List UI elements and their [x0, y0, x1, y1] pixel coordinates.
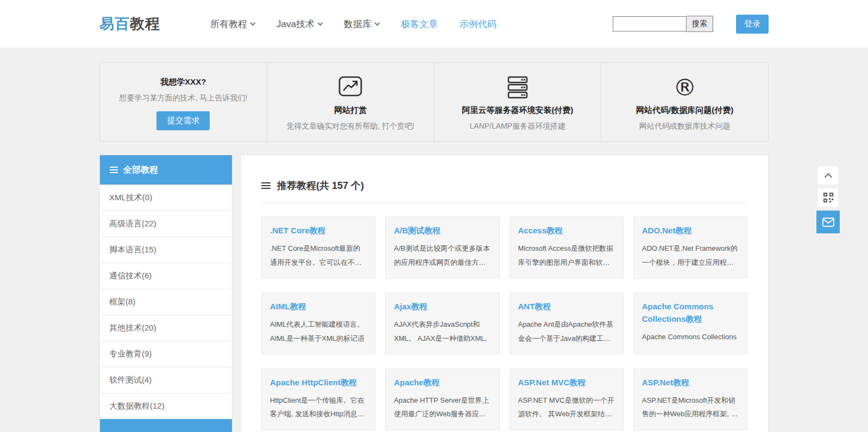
search-box: 搜索 [613, 16, 713, 32]
list-icon [261, 182, 271, 189]
tutorial-card[interactable]: A/B测试教程 A/B测试是比较两个或更多版本的应用程序或网页的最佳方式之一。 [385, 217, 499, 278]
tutorial-card-title[interactable]: A/B测试教程 [394, 224, 490, 237]
recommended-tutorials-panel: 推荐教程 (共 157 个) .NET Core教程 .NET Core是Mic… [240, 155, 769, 432]
tutorial-card-desc: Apache Commons Collections [642, 330, 739, 344]
sidebar-item-label: 专业教育(9) [109, 349, 152, 359]
tutorial-card[interactable]: ASP.Net MVC教程 ASP.NET MVC是微软的一个开源软件。 其We… [510, 369, 624, 430]
chevron-up-icon [824, 173, 832, 180]
registered-trademark-icon: ® [673, 75, 696, 100]
promo-desc: 想要学习某方面的技术, 马上告诉我们! [119, 93, 248, 103]
sidebar-item-label: 其他技术(20) [109, 323, 156, 333]
server-stack-icon [505, 75, 530, 100]
back-to-top-button[interactable] [818, 166, 838, 185]
sidebar-item-professional-education[interactable]: 专业教育(9) [100, 341, 232, 367]
tutorial-card[interactable]: ANT教程 Apache Ant是由Apache软件基金会一个基于Java的构建… [510, 293, 624, 354]
promo-box-server-install: 阿里云等服务器环境安装(付费) LANP/LAMP服务器环境搭建 [434, 63, 601, 141]
qr-code-button[interactable] [818, 188, 838, 207]
tutorial-card-desc: ADO.NET是.Net Framework的一个模块，用于建立应用程序和数据 [642, 242, 739, 269]
nav-item-label: 数据库 [344, 18, 372, 30]
tutorial-card[interactable]: Access教程 Microsoft Access是微软把数据库引擎的图形用户界… [510, 217, 624, 278]
promo-desc: 觉得文章确实对您有所帮助, 打个赏吧! [286, 122, 414, 131]
tutorial-card-title[interactable]: Apache HttpClient教程 [270, 376, 367, 389]
search-input[interactable] [613, 16, 687, 31]
tutorial-card[interactable]: ASP.Net教程 ASP.NET是Microsoft开发和销售的一种Web应用… [633, 369, 747, 430]
tutorial-card-title[interactable]: Ajax教程 [394, 300, 490, 313]
promo-title: 我想学XXX? [160, 77, 206, 87]
promo-strip: 我想学XXX? 想要学习某方面的技术, 马上告诉我们! 提交需求 网站打赏 觉得… [99, 62, 769, 142]
category-sidebar: 全部教程 XML技术(0) 高级语言(22) 脚本语言(15) 通信技术(6) … [99, 155, 232, 432]
tutorial-card-title[interactable]: ASP.Net MVC教程 [518, 376, 615, 389]
sidebar-item-partial[interactable] [100, 419, 232, 432]
tutorial-card[interactable]: Apache Commons Collections教程 Apache Comm… [633, 293, 747, 354]
promo-title: 网站代码/数据库问题(付费) [636, 105, 733, 116]
contact-mail-button[interactable] [816, 211, 840, 233]
panel-count: (共 157 个) [316, 179, 364, 192]
tutorial-card-desc: A/B测试是比较两个或更多版本的应用程序或网页的最佳方式之一。 [394, 242, 490, 269]
tutorial-card-desc: AJAX代表异步JavaScript和XML。 AJAX是一种借助XML, [394, 317, 490, 345]
sidebar-item-software-testing[interactable]: 软件测试(4) [100, 367, 232, 393]
chevron-down-icon [317, 20, 323, 26]
sidebar-item-frameworks[interactable]: 框架(8) [100, 289, 232, 315]
sidebar-item-script-languages[interactable]: 脚本语言(15) [100, 237, 232, 263]
sidebar-header-all-tutorials[interactable]: 全部教程 [100, 155, 232, 185]
panel-title: 推荐教程 [277, 179, 316, 192]
tutorial-card-title[interactable]: ADO.Net教程 [642, 224, 739, 237]
tutorial-card-title[interactable]: Apache教程 [394, 376, 490, 389]
nav-item-label: 示例代码 [460, 18, 496, 30]
tutorial-card[interactable]: Apache HttpClient教程 HttpClient是一个传输库。它在客… [261, 369, 375, 430]
envelope-icon [822, 218, 834, 227]
divider [261, 203, 747, 204]
tutorial-card-desc: ASP.NET MVC是微软的一个开源软件。 其Web开发框架结合了 [518, 393, 615, 421]
sidebar-item-label: 高级语言(22) [109, 219, 156, 229]
tutorial-card[interactable]: ADO.Net教程 ADO.NET是.Net Framework的一个模块，用于… [633, 217, 747, 278]
tutorial-card-title[interactable]: .NET Core教程 [270, 224, 367, 237]
nav-item-label: Java技术 [276, 18, 315, 30]
recommended-tutorials-header: 推荐教程 (共 157 个) [261, 179, 747, 192]
tutorial-card-title[interactable]: Access教程 [518, 224, 615, 237]
sidebar-item-label: 软件测试(4) [109, 375, 152, 385]
nav-item-all-tutorials[interactable]: 所有教程 [210, 18, 255, 30]
promo-title: 网站打赏 [334, 105, 367, 116]
tutorial-card-desc: AIML代表人工智能建模语言。AIML是一种基于XML的标记语 [270, 317, 367, 345]
nav-item-sample-code[interactable]: 示例代码 [460, 18, 496, 30]
sidebar-header-label: 全部教程 [123, 164, 158, 176]
tutorial-card-desc: Microsoft Access是微软把数据库引擎的图形用户界面和软件开发工具 [518, 242, 615, 269]
sidebar-item-label: 框架(8) [109, 297, 135, 307]
nav-item-database[interactable]: 数据库 [344, 18, 379, 30]
logo-text-primary: 易百 [99, 16, 130, 32]
submit-request-button[interactable]: 提交需求 [156, 111, 210, 130]
tutorial-card-title[interactable]: Apache Commons Collections教程 [642, 300, 739, 326]
list-icon [110, 167, 118, 173]
site-logo[interactable]: 易百教程 [99, 14, 160, 34]
sidebar-item-label: 通信技术(6) [109, 271, 152, 281]
tutorial-card-desc: Apache Ant是由Apache软件基金会一个基于Java的构建工具。 [518, 317, 615, 345]
tutorial-card-title[interactable]: ASP.Net教程 [642, 376, 739, 389]
main-nav: 所有教程 Java技术 数据库 极客文章 示例代码 [210, 18, 496, 30]
sidebar-item-big-data[interactable]: 大数据教程(12) [100, 393, 232, 419]
qr-code-icon [823, 193, 833, 202]
login-button[interactable]: 登录 [736, 15, 769, 34]
search-button[interactable]: 搜索 [687, 16, 713, 32]
sidebar-item-other-tech[interactable]: 其他技术(20) [100, 315, 232, 341]
sidebar-item-advanced-languages[interactable]: 高级语言(22) [100, 211, 232, 237]
nav-item-geek-articles[interactable]: 极客文章 [401, 18, 438, 30]
sidebar-item-label: 脚本语言(15) [109, 245, 156, 255]
nav-item-label: 所有教程 [210, 18, 247, 30]
site-header: 易百教程 所有教程 Java技术 数据库 极客文章 示例代码 [0, 0, 868, 48]
sidebar-item-xml[interactable]: XML技术(0) [100, 185, 232, 211]
nav-item-java[interactable]: Java技术 [276, 18, 322, 30]
tutorial-card[interactable]: Ajax教程 AJAX代表异步JavaScript和XML。 AJAX是一种借助… [385, 293, 499, 354]
tutorial-card[interactable]: .NET Core教程 .NET Core是Microsoft最新的通用开发平台… [261, 217, 375, 278]
tutorial-card-title[interactable]: ANT教程 [518, 300, 615, 313]
tutorial-card-desc: HttpClient是一个传输库。它在客户端, 发送和接收Http消息。 它 [270, 393, 367, 421]
tutorial-card-title[interactable]: AIML教程 [270, 300, 367, 313]
promo-box-paid-help: ® 网站代码/数据库问题(付费) 网站代码或数据库技术问题 [601, 63, 768, 141]
promo-box-donate: 网站打赏 觉得文章确实对您有所帮助, 打个赏吧! [267, 63, 434, 141]
nav-item-label: 极客文章 [401, 18, 438, 30]
presentation-chart-icon [337, 75, 363, 100]
promo-desc: 网站代码或数据库技术问题 [639, 122, 731, 131]
tutorial-card[interactable]: Apache教程 Apache HTTP Server是世界上使用最广泛的Web… [385, 369, 499, 430]
sidebar-item-communication[interactable]: 通信技术(6) [100, 263, 232, 289]
promo-title: 阿里云等服务器环境安装(付费) [462, 105, 573, 116]
tutorial-card[interactable]: AIML教程 AIML代表人工智能建模语言。AIML是一种基于XML的标记语 [261, 293, 375, 354]
